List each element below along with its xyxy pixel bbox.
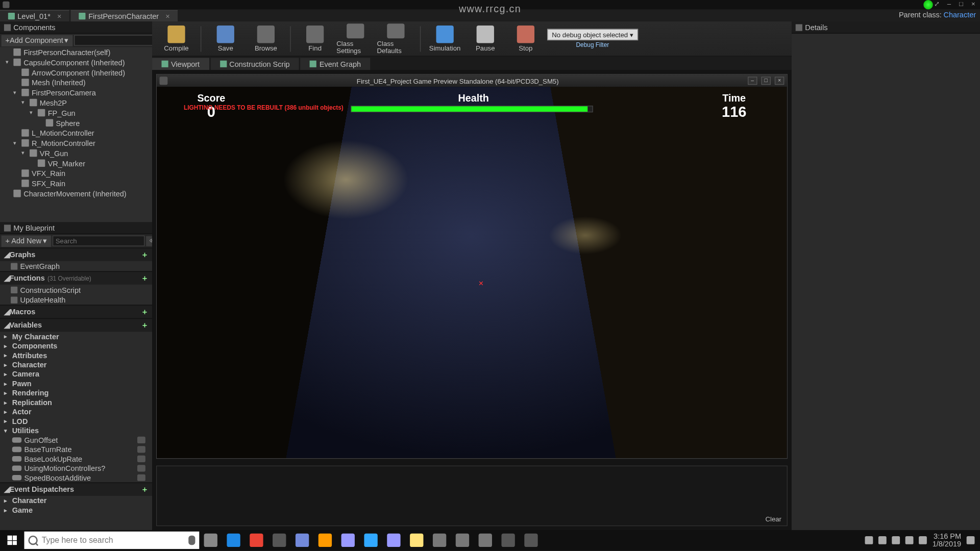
visibility-toggle-icon[interactable] bbox=[137, 446, 145, 453]
add-icon[interactable]: ＋ bbox=[141, 249, 149, 260]
variable-group[interactable]: ▸Camera bbox=[0, 369, 152, 379]
tray-notifications-icon[interactable] bbox=[967, 536, 975, 544]
microphone-icon[interactable] bbox=[188, 536, 195, 545]
dispatcher-group[interactable]: ▸Game bbox=[0, 505, 152, 514]
game-maximize-icon[interactable]: □ bbox=[761, 77, 770, 85]
taskbar-search[interactable]: Type here to search bbox=[24, 532, 199, 549]
parent-class-link[interactable]: Character bbox=[943, 11, 976, 19]
component-tree-item[interactable]: Sphere bbox=[0, 118, 152, 128]
bp-item[interactable]: ConstructionScript bbox=[0, 285, 152, 295]
taskbar-app-notepad[interactable] bbox=[405, 530, 428, 550]
tray-volume-icon[interactable] bbox=[905, 536, 914, 544]
save-button[interactable]: Save bbox=[207, 23, 244, 54]
game-minimize-icon[interactable]: – bbox=[748, 77, 757, 85]
component-tree-item[interactable]: ▾FP_Gun bbox=[0, 108, 152, 118]
visibility-toggle-icon[interactable] bbox=[137, 474, 145, 481]
restore-down-icon[interactable]: ⤢ bbox=[933, 0, 941, 8]
bp-item[interactable]: UpdateHealth bbox=[0, 295, 152, 305]
component-tree-item[interactable]: FirstPersonCharacter(self) bbox=[0, 47, 152, 57]
add-component-button[interactable]: +Add Component▾ bbox=[2, 35, 73, 46]
taskbar-app-discord[interactable] bbox=[291, 530, 314, 550]
variable-group[interactable]: ▸Pawn bbox=[0, 379, 152, 388]
browse-button[interactable]: Browse bbox=[247, 23, 285, 54]
variable-item[interactable]: SpeedBoostAdditive bbox=[0, 473, 152, 482]
find-button[interactable]: Find bbox=[296, 23, 334, 54]
tray-network-icon[interactable] bbox=[892, 536, 900, 544]
taskbar-app-photoshop[interactable] bbox=[359, 530, 382, 550]
taskbar-app-app3[interactable] bbox=[474, 530, 497, 550]
component-tree-item[interactable]: ▾CapsuleComponent (Inherited) bbox=[0, 57, 152, 67]
subtab-construction-scrip[interactable]: Construction Scrip bbox=[210, 58, 299, 70]
source-control-icon[interactable] bbox=[923, 0, 933, 9]
taskbar-app-unreal[interactable] bbox=[520, 530, 543, 550]
myblueprint-body[interactable]: ◢Graphs＋EventGraph◢Functions(31 Overrida… bbox=[0, 247, 152, 530]
view-options-icon[interactable]: 👁▾ bbox=[146, 236, 153, 246]
compile-button[interactable]: Compile bbox=[158, 23, 195, 54]
component-tree-item[interactable]: ▾R_MotionController bbox=[0, 138, 152, 148]
add-icon[interactable]: ＋ bbox=[141, 273, 149, 283]
taskbar-app-illustrator[interactable] bbox=[314, 530, 337, 550]
variable-group[interactable]: ▾Utilities bbox=[0, 426, 152, 435]
minimize-icon[interactable]: – bbox=[945, 0, 953, 8]
components-tree[interactable]: FirstPersonCharacter(self)▾CapsuleCompon… bbox=[0, 47, 152, 222]
component-tree-item[interactable]: Mesh (Inherited) bbox=[0, 78, 152, 88]
variable-item[interactable]: BaseTurnRate bbox=[0, 445, 152, 454]
variable-group[interactable]: ▸LOD bbox=[0, 416, 152, 425]
component-tree-item[interactable]: ▾VR_Gun bbox=[0, 148, 152, 158]
start-button[interactable] bbox=[0, 530, 24, 550]
close-icon[interactable]: × bbox=[969, 0, 977, 8]
component-tree-item[interactable]: VR_Marker bbox=[0, 158, 152, 168]
variable-item[interactable]: UsingMotionControllers? bbox=[0, 464, 152, 473]
add-icon[interactable]: ＋ bbox=[141, 484, 149, 494]
taskbar-app-epic[interactable] bbox=[497, 530, 520, 550]
taskbar-app-premiere[interactable] bbox=[336, 530, 359, 550]
category-header[interactable]: ◢Graphs＋ bbox=[0, 247, 152, 261]
output-console[interactable]: Clear bbox=[156, 466, 788, 527]
taskbar-app-app2[interactable] bbox=[451, 530, 474, 550]
editor-tab[interactable]: Level_01*× bbox=[0, 10, 69, 21]
component-tree-item[interactable]: VFX_Rain bbox=[0, 168, 152, 179]
taskbar-app-edge[interactable] bbox=[222, 530, 245, 550]
component-tree-item[interactable]: L_MotionController bbox=[0, 128, 152, 138]
dispatcher-group[interactable]: ▸Character bbox=[0, 496, 152, 505]
variable-group[interactable]: ▸Attributes bbox=[0, 350, 152, 360]
class-settings-button[interactable]: Class Settings bbox=[336, 23, 374, 54]
variable-group[interactable]: ▸Replication bbox=[0, 397, 152, 407]
myblueprint-search-input[interactable] bbox=[52, 236, 144, 246]
component-tree-item[interactable]: SFX_Rain bbox=[0, 178, 152, 188]
variable-group[interactable]: ▸Character bbox=[0, 360, 152, 369]
taskbar-app-task-view[interactable] bbox=[199, 530, 222, 550]
variable-item[interactable]: BaseLookUpRate bbox=[0, 454, 152, 463]
tray-lang-icon[interactable] bbox=[919, 536, 927, 544]
category-header[interactable]: ◢Functions(31 Overridable)＋ bbox=[0, 271, 152, 284]
game-close-icon[interactable]: × bbox=[775, 77, 784, 85]
game-viewport[interactable]: Score 0 Health Time 116 bbox=[157, 87, 787, 458]
editor-tab[interactable]: FirstPersonCharacter× bbox=[71, 10, 178, 21]
taskbar-app-app1[interactable] bbox=[428, 530, 451, 550]
category-header[interactable]: ◢Variables＋ bbox=[0, 318, 152, 332]
component-tree-item[interactable]: CharacterMovement (Inherited) bbox=[0, 188, 152, 198]
visibility-toggle-icon[interactable] bbox=[137, 437, 145, 443]
variable-group[interactable]: ▸Components bbox=[0, 341, 152, 350]
component-tree-item[interactable]: ▾FirstPersonCamera bbox=[0, 87, 152, 97]
clear-button[interactable]: Clear bbox=[765, 515, 781, 523]
category-header[interactable]: ◢Macros＋ bbox=[0, 305, 152, 318]
taskbar-app-aftereffects[interactable] bbox=[382, 530, 405, 550]
category-header[interactable]: ◢Event Dispatchers＋ bbox=[0, 483, 152, 496]
stop-button[interactable]: Stop bbox=[507, 23, 545, 54]
variable-group[interactable]: ▸My Character bbox=[0, 332, 152, 341]
variable-item[interactable]: GunOffset bbox=[0, 435, 152, 444]
class-defaults-button[interactable]: Class Defaults bbox=[377, 23, 414, 54]
subtab-viewport[interactable]: Viewport bbox=[152, 58, 209, 70]
visibility-toggle-icon[interactable] bbox=[137, 456, 145, 462]
add-new-button[interactable]: + Add New▾ bbox=[2, 235, 51, 246]
variable-group[interactable]: ▸Actor bbox=[0, 407, 152, 416]
subtab-event-graph[interactable]: Event Graph bbox=[301, 58, 371, 70]
tray-up-icon[interactable] bbox=[878, 536, 887, 544]
component-tree-item[interactable]: ArrowComponent (Inherited) bbox=[0, 67, 152, 78]
simulation-button[interactable]: Simulation bbox=[426, 23, 464, 54]
bp-item[interactable]: EventGraph bbox=[0, 261, 152, 271]
component-tree-item[interactable]: ▾Mesh2P bbox=[0, 97, 152, 108]
debug-object-dropdown[interactable]: No debug object selected ▾ bbox=[547, 29, 638, 40]
taskbar-clock[interactable]: 3:16 PM 1/8/2019 bbox=[933, 533, 961, 547]
